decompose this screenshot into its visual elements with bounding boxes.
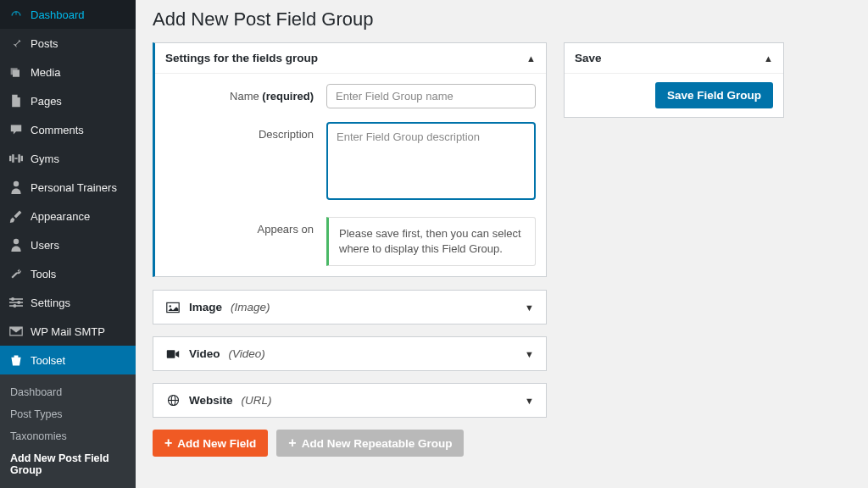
- svg-point-12: [13, 304, 16, 308]
- comment-icon: [8, 122, 24, 137]
- chevron-down-icon: ▼: [525, 349, 534, 359]
- submenu-taxonomies[interactable]: Taxonomies: [0, 425, 136, 447]
- svg-rect-3: [18, 154, 19, 163]
- sidebar-item-posts[interactable]: Posts: [0, 29, 136, 58]
- svg-rect-0: [9, 156, 11, 161]
- add-field-button[interactable]: + Add New Field: [153, 430, 268, 457]
- sidebar-label: Personal Trainers: [31, 181, 117, 194]
- settings-panel-header[interactable]: Settings for the fields group ▲: [155, 43, 546, 74]
- svg-rect-2: [14, 158, 17, 159]
- svg-rect-4: [21, 156, 23, 161]
- plus-icon: +: [164, 436, 172, 450]
- sidebar-item-tools[interactable]: Tools: [0, 259, 136, 288]
- sidebar-label: Dashboard: [31, 8, 85, 21]
- chevron-down-icon: ▼: [525, 396, 534, 406]
- appears-label: Appears on: [165, 217, 326, 266]
- name-input[interactable]: [326, 84, 536, 108]
- sidebar-item-trainers[interactable]: Personal Trainers: [0, 173, 136, 202]
- gym-icon: [8, 151, 24, 166]
- sliders-icon: [8, 295, 24, 310]
- sidebar-submenu: Dashboard Post Types Taxonomies Add New …: [0, 374, 136, 488]
- chevron-up-icon: ▲: [764, 53, 773, 64]
- sidebar-label: Settings: [31, 297, 70, 309]
- toolset-icon: [8, 352, 24, 368]
- pin-icon: [8, 36, 24, 51]
- sidebar-item-media[interactable]: Media: [0, 58, 136, 86]
- add-repeatable-group-button[interactable]: + Add New Repeatable Group: [276, 430, 464, 457]
- sidebar-item-gyms[interactable]: Gyms: [0, 144, 136, 173]
- main-content: Add New Post Field Group Settings for th…: [136, 0, 868, 488]
- sidebar-label: Media: [31, 66, 60, 79]
- svg-rect-8: [9, 302, 23, 303]
- sidebar-label: Tools: [31, 268, 56, 280]
- sidebar-label: Posts: [31, 37, 58, 50]
- save-panel-header[interactable]: Save ▲: [565, 43, 783, 74]
- settings-panel-title: Settings for the fields group: [165, 52, 318, 64]
- save-panel-title: Save: [575, 52, 602, 64]
- user-icon: [8, 237, 24, 252]
- field-row-image[interactable]: Image (Image) ▼: [153, 290, 547, 324]
- submenu-add-field-group[interactable]: Add New Post Field Group: [0, 447, 136, 481]
- plus-icon: +: [288, 436, 296, 450]
- svg-point-6: [14, 239, 19, 244]
- svg-rect-15: [167, 350, 175, 358]
- svg-point-14: [170, 305, 171, 307]
- svg-point-11: [17, 301, 20, 304]
- field-row-website[interactable]: Website (URL) ▼: [153, 383, 547, 418]
- sidebar-item-pages[interactable]: Pages: [0, 86, 136, 115]
- svg-rect-1: [12, 154, 14, 163]
- sidebar-label: Toolset: [31, 354, 65, 367]
- brush-icon: [8, 208, 24, 224]
- sidebar-label: Appearance: [31, 210, 90, 223]
- person-icon: [8, 180, 24, 195]
- submenu-post-types[interactable]: Post Types: [0, 403, 136, 425]
- sidebar-item-appearance[interactable]: Appearance: [0, 202, 136, 230]
- sidebar-label: Pages: [31, 95, 62, 108]
- page-title: Add New Post Field Group: [153, 8, 851, 30]
- mail-icon: [8, 324, 24, 339]
- wrench-icon: [8, 266, 24, 281]
- save-field-group-button[interactable]: Save Field Group: [655, 82, 773, 108]
- media-icon: [8, 64, 24, 80]
- sidebar-label: Comments: [31, 124, 84, 136]
- description-label: Description: [165, 122, 326, 203]
- name-label: Name (required): [165, 84, 326, 108]
- description-textarea[interactable]: [326, 122, 536, 200]
- svg-point-10: [11, 297, 14, 301]
- chevron-down-icon: ▼: [525, 302, 534, 313]
- sidebar-label: Users: [31, 239, 59, 252]
- field-row-video[interactable]: Video (Video) ▼: [153, 336, 547, 371]
- sidebar-item-settings[interactable]: Settings: [0, 288, 136, 317]
- sidebar-item-comments[interactable]: Comments: [0, 115, 136, 144]
- image-icon: [165, 302, 181, 313]
- page-icon: [8, 93, 24, 108]
- settings-panel: Settings for the fields group ▲ Name (re…: [153, 42, 547, 277]
- globe-icon: [165, 394, 181, 407]
- sidebar-item-dashboard[interactable]: Dashboard: [0, 0, 136, 29]
- video-icon: [165, 349, 181, 359]
- sidebar-item-wpmail[interactable]: WP Mail SMTP: [0, 317, 136, 346]
- svg-point-5: [14, 181, 19, 186]
- save-panel: Save ▲ Save Field Group: [564, 42, 784, 118]
- sidebar-label: Gyms: [31, 152, 59, 165]
- chevron-up-icon: ▲: [526, 53, 536, 64]
- sidebar-item-toolset[interactable]: Toolset: [0, 346, 136, 374]
- dashboard-icon: [8, 7, 24, 22]
- sidebar-item-users[interactable]: Users: [0, 230, 136, 259]
- sidebar-label: WP Mail SMTP: [31, 325, 105, 338]
- admin-sidebar: Dashboard Posts Media Pages Comments Gym…: [0, 0, 136, 488]
- appears-info: Please save first, then you can select w…: [326, 217, 536, 266]
- submenu-dashboard[interactable]: Dashboard: [0, 381, 136, 403]
